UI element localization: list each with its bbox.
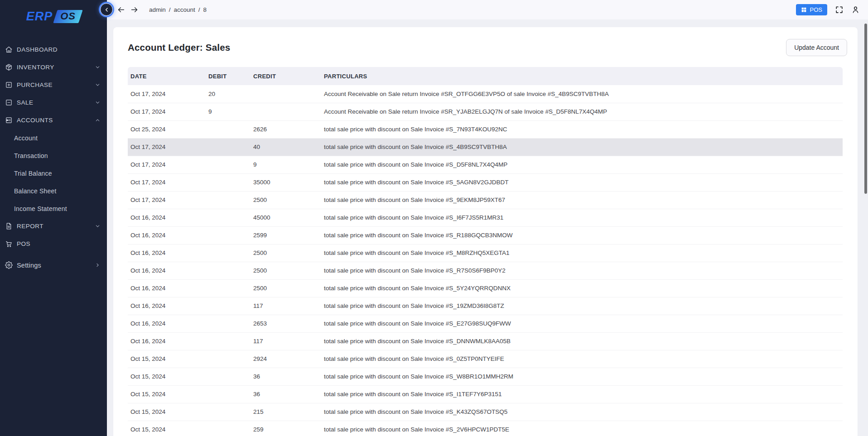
user-menu-button[interactable]	[851, 5, 860, 14]
cell-credit: 117	[251, 297, 321, 315]
cell-debit	[206, 120, 251, 138]
sidebar: ERP OS DASHBOARDINVENTORYPURCHASESALEACC…	[0, 0, 107, 436]
plus-square-icon	[5, 81, 13, 89]
table-row: Oct 16, 20242500total sale price with di…	[128, 244, 843, 262]
chevron-left-icon	[104, 7, 110, 13]
back-arrow-button[interactable]	[117, 5, 125, 14]
forward-arrow-button[interactable]	[130, 5, 139, 14]
sidebar-item-report[interactable]: REPORT	[0, 217, 107, 235]
erp-os-logo[interactable]: ERP OS	[0, 0, 107, 33]
topbar: admin/account/8 POS	[107, 0, 868, 19]
cell-particulars: total sale price with discount on Sale I…	[321, 279, 843, 297]
cell-date: Oct 17, 2024	[128, 138, 206, 156]
cell-particulars: Account Receivable on Sale return Invoic…	[321, 85, 843, 103]
sidebar-item-pos[interactable]: POS	[0, 235, 107, 253]
cell-debit	[206, 385, 251, 403]
cell-date: Oct 17, 2024	[128, 191, 206, 209]
cell-credit: 36	[251, 385, 321, 403]
column-header-credit: CREDIT	[251, 67, 321, 85]
cell-debit	[206, 421, 251, 436]
file-icon	[5, 222, 13, 230]
cell-debit	[206, 315, 251, 332]
sidebar-subitem-trial-balance[interactable]: Trial Balance	[0, 164, 107, 182]
sidebar-item-label: ACCOUNTS	[17, 117, 53, 124]
sidebar-subitem-balance-sheet[interactable]: Balance Sheet	[0, 182, 107, 200]
home-icon	[5, 46, 13, 53]
fullscreen-button[interactable]	[835, 5, 844, 14]
cell-date: Oct 15, 2024	[128, 421, 206, 436]
sidebar-subitem-account[interactable]: Account	[0, 129, 107, 147]
fullscreen-icon	[835, 5, 844, 14]
cell-particulars: total sale price with discount on Sale I…	[321, 173, 843, 191]
cell-date: Oct 16, 2024	[128, 315, 206, 332]
sidebar-subitem-transaction[interactable]: Transaction	[0, 147, 107, 164]
cell-particulars: total sale price with discount on Sale I…	[321, 226, 843, 244]
cart-icon	[5, 240, 13, 248]
table-row: Oct 16, 20242599total sale price with di…	[128, 226, 843, 244]
table-row: Oct 16, 20242500total sale price with di…	[128, 262, 843, 279]
pos-button[interactable]: POS	[796, 4, 827, 15]
cell-date: Oct 17, 2024	[128, 85, 206, 103]
logo-erp-text: ERP	[26, 10, 53, 24]
sidebar-item-dashboard[interactable]: DASHBOARD	[0, 41, 107, 58]
cell-date: Oct 16, 2024	[128, 226, 206, 244]
cell-date: Oct 15, 2024	[128, 368, 206, 385]
sidebar-item-accounts[interactable]: ACCOUNTS	[0, 111, 107, 129]
sidebar-item-settings[interactable]: Settings	[0, 256, 107, 274]
cell-debit	[206, 350, 251, 368]
table-row: Oct 16, 20242500total sale price with di…	[128, 279, 843, 297]
cell-credit: 45000	[251, 209, 321, 226]
table-row: Oct 16, 2024117total sale price with dis…	[128, 297, 843, 315]
cell-debit	[206, 332, 251, 350]
table-row: Oct 17, 202420Account Receivable on Sale…	[128, 85, 843, 103]
cell-credit: 215	[251, 403, 321, 421]
vertical-scrollbar[interactable]	[864, 24, 867, 194]
cell-credit: 2500	[251, 244, 321, 262]
cell-credit: 2500	[251, 262, 321, 279]
column-header-particulars: PARTICULARS	[321, 67, 843, 85]
table-row: Oct 16, 2024117total sale price with dis…	[128, 332, 843, 350]
table-row: Oct 15, 2024259total sale price with dis…	[128, 421, 843, 436]
cell-particulars: total sale price with discount on Sale I…	[321, 368, 843, 385]
cell-particulars: total sale price with discount on Sale I…	[321, 350, 843, 368]
minus-square-icon	[5, 99, 13, 106]
update-account-button[interactable]: Update Account	[786, 39, 847, 56]
table-row: Oct 25, 20242626total sale price with di…	[128, 120, 843, 138]
box-icon	[5, 63, 13, 71]
chevron-down-icon	[95, 82, 100, 87]
ledger-card: Account Ledger: Sales Update Account DAT…	[113, 27, 858, 436]
table-row: Oct 15, 20242924total sale price with di…	[128, 350, 843, 368]
breadcrumb-item-admin[interactable]: admin	[149, 6, 166, 13]
sidebar-item-label: Settings	[17, 262, 41, 269]
cell-credit: 2500	[251, 191, 321, 209]
table-row: Oct 15, 202436total sale price with disc…	[128, 385, 843, 403]
cell-credit: 2924	[251, 350, 321, 368]
sidebar-subitem-income-statement[interactable]: Income Statement	[0, 200, 107, 217]
cell-credit	[251, 85, 321, 103]
column-header-debit: DEBIT	[206, 67, 251, 85]
sidebar-item-inventory[interactable]: INVENTORY	[0, 58, 107, 76]
sidebar-item-label: SALE	[17, 99, 34, 106]
sidebar-menu: DASHBOARDINVENTORYPURCHASESALEACCOUNTSAc…	[0, 41, 107, 274]
cell-particulars: total sale price with discount on Sale I…	[321, 156, 843, 173]
card-header: Account Ledger: Sales Update Account	[113, 27, 858, 56]
column-header-date: DATE	[128, 67, 206, 85]
sidebar-item-label: REPORT	[17, 223, 43, 230]
cell-debit: 20	[206, 85, 251, 103]
cell-particulars: total sale price with discount on Sale I…	[321, 403, 843, 421]
cell-particulars: total sale price with discount on Sale I…	[321, 120, 843, 138]
table-row: Oct 17, 202440total sale price with disc…	[128, 138, 843, 156]
gear-icon	[5, 261, 13, 269]
breadcrumb-item-account[interactable]: account	[174, 6, 195, 13]
cell-debit	[206, 156, 251, 173]
cell-credit	[251, 103, 321, 120]
cell-date: Oct 25, 2024	[128, 120, 206, 138]
cell-date: Oct 17, 2024	[128, 156, 206, 173]
cell-credit: 259	[251, 421, 321, 436]
sidebar-collapse-button[interactable]	[100, 3, 113, 16]
accounts-icon	[5, 116, 13, 124]
sidebar-item-sale[interactable]: SALE	[0, 94, 107, 111]
ledger-table-wrap: DATEDEBITCREDITPARTICULARS Oct 17, 20242…	[128, 67, 843, 436]
sidebar-item-purchase[interactable]: PURCHASE	[0, 76, 107, 94]
user-icon	[851, 5, 860, 14]
